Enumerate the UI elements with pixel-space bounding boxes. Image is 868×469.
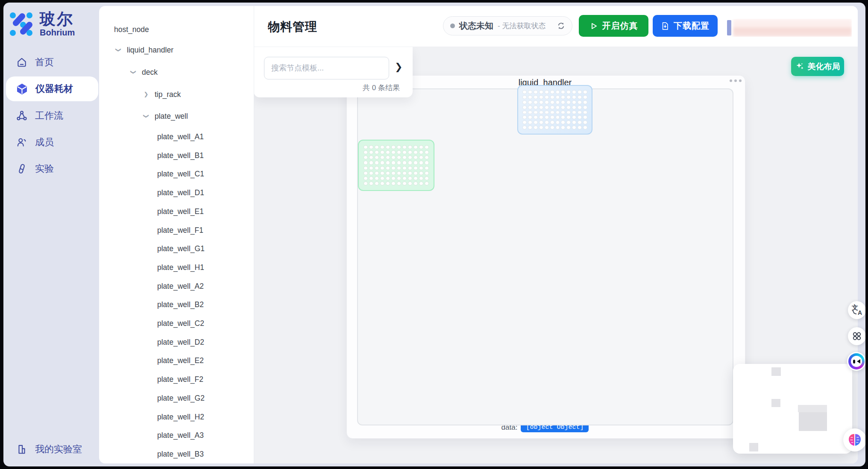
tree-item-tip_rack[interactable]: ❯tip_rack — [155, 89, 181, 100]
tree-item-plate_well_G1[interactable]: plate_well_G1 — [157, 243, 205, 254]
robot-assistant-button[interactable] — [847, 352, 865, 371]
search-input[interactable] — [264, 57, 389, 79]
well — [572, 90, 576, 94]
well — [402, 155, 407, 159]
well — [583, 106, 587, 109]
well — [425, 182, 429, 185]
well — [556, 106, 560, 109]
tip-rack-plate[interactable] — [517, 85, 592, 135]
well — [572, 111, 576, 114]
well — [364, 182, 368, 185]
well — [545, 120, 549, 124]
well — [413, 150, 418, 154]
well — [419, 166, 423, 170]
liquid-handler-node[interactable] — [357, 88, 733, 425]
lab-building-icon — [16, 444, 27, 455]
tree-item-label: plate_well_D2 — [157, 338, 204, 346]
sidebar-item-label: 工作流 — [35, 109, 63, 122]
beautify-layout-button[interactable]: 美化布局 — [791, 57, 844, 76]
tree-item-plate_well_G2[interactable]: plate_well_G2 — [157, 393, 205, 403]
tree-item-plate_well_F1[interactable]: plate_well_F1 — [157, 225, 203, 235]
well — [578, 115, 582, 119]
sidebar-item-home[interactable]: 首页 — [6, 52, 98, 73]
tree-item-label: plate_well_F1 — [157, 226, 203, 234]
tree-item-plate_well_H2[interactable]: plate_well_H2 — [157, 412, 204, 422]
sidebar-item-my-lab[interactable]: 我的实验室 — [6, 439, 98, 460]
sidebar-item-instruments[interactable]: 仪器耗材 — [6, 76, 98, 101]
well — [413, 182, 418, 185]
tree-item-plate_well_D2[interactable]: plate_well_D2 — [157, 337, 204, 347]
tree-item-plate_well_A3[interactable]: plate_well_A3 — [157, 430, 204, 440]
tree-item-label: plate_well_B1 — [157, 151, 204, 160]
well — [402, 161, 407, 164]
well — [528, 120, 532, 124]
well — [425, 155, 429, 159]
minimap[interactable] — [733, 364, 852, 454]
start-simulation-button[interactable]: 开启仿真 — [579, 15, 648, 37]
well — [578, 106, 582, 109]
well — [413, 171, 418, 175]
well — [391, 171, 396, 175]
well — [550, 95, 554, 99]
well — [391, 182, 396, 185]
well — [408, 145, 412, 149]
chevron-right-icon[interactable]: ❯ — [143, 89, 149, 100]
tree-item-plate_well_A1[interactable]: plate_well_A1 — [157, 132, 204, 142]
search-submit-chevron-icon[interactable]: ❯ — [395, 62, 402, 73]
chevron-down-icon[interactable]: ❯ — [113, 47, 123, 53]
sparkles-icon — [795, 62, 804, 71]
tree-item-plate_well_B3[interactable]: plate_well_B3 — [157, 449, 204, 459]
tree-item-plate_well_B1[interactable]: plate_well_B1 — [157, 150, 204, 161]
tree-item-plate_well_A2[interactable]: plate_well_A2 — [157, 281, 204, 291]
tree-item-host_node[interactable]: host_node — [114, 24, 149, 35]
well — [419, 155, 423, 159]
well — [566, 100, 571, 104]
well — [539, 95, 543, 99]
tree-item-plate_well_F2[interactable]: plate_well_F2 — [157, 374, 203, 384]
apps-button[interactable] — [848, 327, 865, 345]
play-icon — [589, 22, 598, 30]
tree-item-label: plate_well — [155, 112, 188, 120]
chevron-down-icon[interactable]: ❯ — [128, 69, 138, 75]
tree-item-plate_well_E2[interactable]: plate_well_E2 — [157, 355, 204, 366]
tree-item-liquid_handler[interactable]: ❯liquid_handler — [127, 45, 173, 55]
tree-item-plate_well_H1[interactable]: plate_well_H1 — [157, 262, 204, 273]
redacted-blur — [733, 19, 852, 37]
chevron-down-icon[interactable]: ❯ — [141, 113, 151, 119]
tree-item-label: plate_well_E2 — [157, 356, 204, 365]
well — [413, 166, 418, 170]
well — [539, 120, 543, 124]
layout-canvas: liquid_handler data: [object Object] 美化布… — [254, 47, 858, 463]
tree-item-plate_well_C2[interactable]: plate_well_C2 — [157, 318, 204, 328]
well — [583, 120, 587, 124]
well — [380, 155, 384, 159]
well — [522, 126, 527, 129]
well — [375, 166, 379, 170]
well — [408, 171, 412, 175]
tree-item-plate_well_E1[interactable]: plate_well_E1 — [157, 206, 204, 217]
well — [375, 161, 379, 164]
refresh-icon[interactable] — [557, 22, 565, 30]
well — [556, 111, 560, 114]
well — [408, 182, 412, 185]
translate-button[interactable]: 文A — [848, 301, 865, 319]
well — [550, 90, 554, 94]
ai-brain-button[interactable] — [843, 428, 865, 451]
sidebar-item-workflow[interactable]: 工作流 — [6, 106, 98, 126]
tree-item-plate_well[interactable]: ❯plate_well — [155, 111, 188, 121]
tree-item-deck[interactable]: ❯deck — [142, 67, 158, 77]
robot-assistant-icon — [848, 353, 865, 369]
sidebar-item-members[interactable]: 成员 — [6, 132, 98, 152]
sidebar-item-experiments[interactable]: 实验 — [6, 158, 98, 179]
tree-item-plate_well_C1[interactable]: plate_well_C1 — [157, 169, 204, 179]
well — [561, 126, 565, 129]
ellipsis-icon[interactable] — [730, 79, 742, 82]
well-plate[interactable] — [358, 140, 434, 191]
download-config-button[interactable]: 下载配置 — [653, 15, 718, 37]
well — [572, 95, 576, 99]
well — [539, 106, 543, 109]
tree-item-plate_well_B2[interactable]: plate_well_B2 — [157, 299, 204, 310]
logo-title: 玻尔 — [40, 11, 75, 28]
well — [369, 145, 373, 149]
tree-item-plate_well_D1[interactable]: plate_well_D1 — [157, 188, 204, 198]
